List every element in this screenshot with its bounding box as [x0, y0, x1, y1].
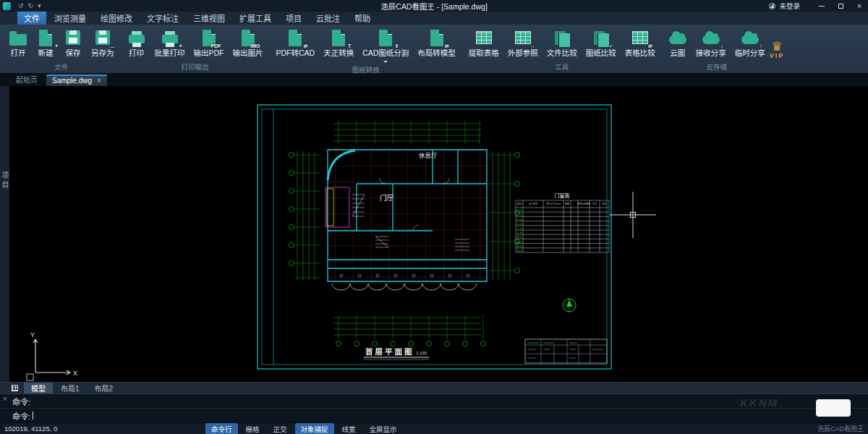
svg-text:C-2: C-2 [517, 213, 522, 216]
maximize-icon [838, 4, 843, 9]
tab-label: Sample.dwg [52, 77, 92, 85]
tab-layout2[interactable]: 布局2 [88, 383, 121, 393]
plan-scale: 1:100 [416, 351, 427, 355]
tab-layout1[interactable]: 布局1 [54, 383, 87, 393]
command-input-line[interactable]: 命令: [0, 409, 868, 422]
user-icon[interactable] [769, 3, 775, 9]
toggle-object-snap[interactable]: 对象捕捉 [295, 423, 334, 434]
extract-table-icon [476, 31, 492, 44]
ribbon-button-temp-share[interactable]: ↑ 临时分享 [731, 26, 770, 59]
vip-button[interactable]: ♛ VIP [770, 26, 785, 73]
app-window: ↺ ↻ ▾ 浩辰CAD看图王 - [Sample.dwg] 未登录 × 文件 浏… [0, 0, 868, 434]
menu-text-annotate[interactable]: 文字标注 [140, 11, 185, 25]
ribbon-button-cad-split[interactable]: ‖ CAD图纸分割 [358, 26, 413, 64]
ribbon-button-table-compare[interactable]: ⇄ 表格比较 [621, 26, 660, 59]
maximize-button[interactable] [832, 0, 849, 12]
model-grid-icon [12, 385, 18, 391]
svg-text:设计编号: 设计编号 [529, 202, 538, 205]
cad-split-icon [379, 30, 392, 46]
watermark-box [816, 399, 851, 417]
tab-start-page[interactable]: 起始页 [10, 72, 43, 86]
crosshair-cursor [610, 192, 656, 238]
svg-text:M-2: M-2 [517, 240, 523, 244]
statusbar: 102019, 41125, 0 命令行 栅格 正交 对象捕捉 线宽 全屏显示 … [0, 422, 868, 434]
command-close-icon[interactable]: × [3, 395, 7, 403]
ribbon-button-new[interactable]: + 新建 [32, 26, 59, 59]
tab-sample-dwg[interactable]: Sample.dwg × [46, 75, 107, 86]
vip-crown-icon: ♛ [771, 41, 782, 52]
ribbon-button-export-image[interactable]: IMG 输出图片 [229, 26, 268, 59]
north-arrow [563, 298, 576, 312]
svg-text:M-3: M-3 [517, 244, 523, 248]
ribbon-button-pdf-to-cad[interactable]: ⇄ PDF转CAD [272, 26, 320, 59]
svg-text:洞口尺寸(mm): 洞口尺寸(mm) [546, 202, 561, 205]
menu-project[interactable]: 项目 [279, 11, 308, 25]
brand-text: 浩辰CAD看图王 [817, 424, 864, 433]
ribbon-group-cloud: 云图 ↓ 接收分享 ↑ 临时分享 云存储 [664, 26, 770, 73]
ribbon-button-file-compare[interactable]: 文件比较 [542, 26, 582, 59]
toggle-command-line[interactable]: 命令行 [205, 423, 238, 434]
menu-3d-view[interactable]: 三维视图 [187, 11, 231, 25]
redo-icon[interactable]: ↻ [28, 2, 34, 9]
menu-file[interactable]: 文件 [17, 11, 46, 25]
toggle-fullscreen[interactable]: 全屏显示 [364, 423, 403, 434]
ribbon-button-external-reference[interactable]: → 外部参照 [503, 26, 542, 59]
toggle-grid[interactable]: 栅格 [240, 423, 265, 434]
command-caret [33, 412, 33, 420]
menu-draw-modify[interactable]: 绘图修改 [94, 11, 139, 25]
ribbon-button-extract-table[interactable]: 提取表格 [464, 26, 503, 59]
ribbon-button-save-as[interactable]: … 另存为 [87, 26, 119, 59]
ribbon-button-batch-print[interactable]: + 批量打印 [150, 26, 190, 59]
menu-help[interactable]: 帮助 [348, 11, 377, 25]
tab-close-icon[interactable]: × [97, 77, 101, 85]
toggle-lineweight[interactable]: 线宽 [336, 423, 362, 434]
close-button[interactable]: × [851, 0, 868, 12]
ribbon-button-save[interactable]: 保存 [59, 26, 87, 59]
titlebar-right: 未登录 × [769, 0, 868, 12]
undo-icon[interactable]: ↺ [18, 2, 24, 9]
menu-cloud-annotate[interactable]: 云批注 [310, 11, 346, 25]
ribbon-button-receive-share[interactable]: ↓ 接收分享 [692, 26, 731, 59]
app-logo-icon [3, 2, 11, 10]
svg-text:页次: 页次 [592, 202, 597, 205]
command-panel: × 命令: 命令: KKNM [0, 393, 868, 422]
ribbon-button-drawing-compare[interactable]: ✓ 图纸比较 [582, 26, 621, 59]
receive-share-icon [702, 35, 720, 44]
ribbon-button-open[interactable]: 打开 [4, 26, 32, 59]
tianzheng-convert-icon [332, 30, 345, 46]
tab-model[interactable]: 模型 [24, 383, 53, 393]
ribbon-button-export-pdf[interactable]: PDF 输出PDF [190, 26, 229, 59]
menu-browse-measure[interactable]: 浏览测量 [48, 11, 93, 25]
svg-text:C-5: C-5 [517, 226, 522, 230]
external-reference-icon [515, 31, 531, 44]
pdf-to-cad-icon [289, 30, 302, 46]
ribbon-group-print-output: 打印 + 批量打印 PDF 输出PDF IMG 输出图片 打印输出 [123, 26, 268, 73]
ribbon-button-tianzheng-convert[interactable]: T 天正转换 [319, 26, 358, 59]
ribbon-button-layout-to-model[interactable]: ⇄ 布局转模型 [413, 26, 460, 59]
minimize-icon [819, 6, 825, 7]
batch-print-icon [162, 35, 178, 43]
status-toggles: 命令行 栅格 正交 对象捕捉 线宽 全屏显示 [205, 423, 403, 434]
quick-access-toolbar: ↺ ↻ ▾ [16, 2, 43, 9]
arcade-scallops [332, 284, 477, 290]
svg-text:C-3: C-3 [517, 218, 522, 221]
project-panel-tab[interactable]: 项目 [0, 86, 9, 382]
canvas-container: 休息厅 门厅 门窗表 类别 设计编号 洞口尺寸(mm) 樘数 [9, 86, 868, 382]
toggle-ortho[interactable]: 正交 [268, 423, 293, 434]
command-prompt: 命令: [12, 410, 30, 422]
login-status[interactable]: 未登录 [779, 1, 800, 11]
ribbon-group-tools: 提取表格 → 外部参照 文件比较 ✓ 图纸比较 ⇄ 表格比较 [464, 26, 660, 73]
group-label-tools: 工具 [555, 61, 569, 73]
titlebar: ↺ ↻ ▾ 浩辰CAD看图王 - [Sample.dwg] 未登录 × [0, 0, 868, 12]
vip-label: VIP [770, 52, 785, 59]
ribbon-button-cloud-drawing[interactable]: 云图 [664, 26, 692, 59]
drawing-canvas[interactable]: 休息厅 门厅 门窗表 类别 设计编号 洞口尺寸(mm) 樘数 [9, 86, 868, 382]
menu-extended-tools[interactable]: 扩展工具 [233, 11, 278, 25]
svg-text:C-1: C-1 [517, 208, 522, 212]
qat-dropdown-icon[interactable]: ▾ [38, 2, 41, 9]
minimize-button[interactable] [813, 0, 830, 12]
svg-text:C-6: C-6 [517, 231, 522, 234]
cad-split-dropdown-icon[interactable] [383, 61, 388, 63]
temp-share-icon [741, 35, 759, 44]
ribbon-button-print[interactable]: 打印 [123, 26, 150, 59]
